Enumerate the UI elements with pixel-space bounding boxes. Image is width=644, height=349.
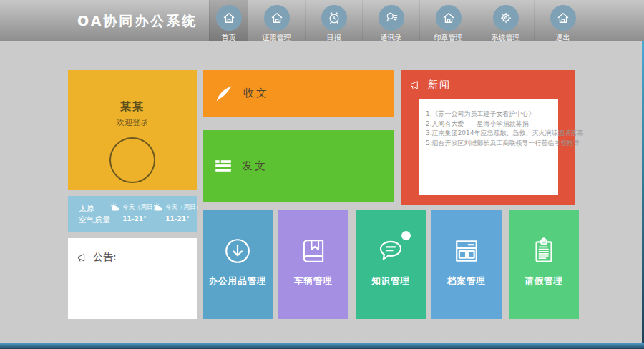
nav-item-label: 印章管理 [434,33,463,43]
bottom-accent-bar [0,343,644,349]
sun-cloud-icon [110,202,121,212]
nav-item-label: 日报 [327,33,341,43]
home-icon [550,5,576,31]
sun-cloud-icon [153,202,164,212]
nav-item-label: 退出 [556,33,570,43]
inbox-label: 收文 [243,87,269,100]
weather-location: 太原 空气质量 [79,203,110,226]
home-icon [264,5,290,31]
home-icon [216,5,242,31]
nav-item-daily-report[interactable]: 日报 [305,0,362,41]
nav-item-label: 系统管理 [492,33,520,43]
news-card: 新闻 1.《苏一公司为员工建子女看护中心》 2.人间有大爱——星海小学捐款募捐 … [401,70,575,205]
weather-temp: 11-21° [157,215,198,222]
module-knowledge[interactable]: 知识管理 [356,210,426,319]
city-name: 太原 [79,203,110,215]
nav-item-contacts[interactable]: 通讯录 [362,0,419,41]
news-item[interactable]: 1.《苏一公司为员工建子女看护中心》 [426,109,558,119]
nav-item-seal[interactable]: 印章管理 [419,0,477,41]
inbox-card[interactable]: 收文 [203,70,394,117]
module-leave[interactable]: 请假管理 [509,210,579,319]
weather-date: 今天（周日） [165,203,202,212]
module-label: 车辆管理 [294,275,333,287]
nav-item-label: 证照管理 [263,33,291,43]
app-title: OA协同办公系统 [77,0,197,41]
notification-badge [401,231,411,240]
news-item[interactable]: 3.江南集团2014年应急疏散、急救、灭火演练圆满落幕 [426,129,558,139]
module-label: 请假管理 [525,275,563,287]
alarm-clock-icon [321,5,347,31]
weather-day: 今天（周日） 11-21° [114,202,155,222]
announcement-title: 公告: [93,251,117,264]
chat-bubble-icon [376,232,406,270]
news-list: 1.《苏一公司为员工建子女看护中心》 2.人间有大爱——星海小学捐款募捐 3.江… [426,109,558,148]
outbox-card[interactable]: 发文 [203,130,394,202]
nav-item-system[interactable]: 系统管理 [477,0,534,41]
module-label: 办公用品管理 [209,275,267,287]
gear-icon [493,5,519,31]
module-office-supplies[interactable]: 办公用品管理 [203,210,273,319]
megaphone-icon [409,79,422,91]
top-nav: 首页 证照管理 日报 [209,0,591,41]
nav-item-license[interactable]: 证照管理 [248,0,305,41]
archive-icon [451,232,482,270]
home-icon [436,5,462,31]
nav-item-label: 通讯录 [381,33,402,43]
weather-card: 太原 空气质量 今天（周日） 11-21° [68,196,197,232]
module-label: 知识管理 [371,275,410,287]
module-archives[interactable]: 档案管理 [431,210,502,319]
megaphone-icon [77,252,89,263]
nav-item-logout[interactable]: 退出 [534,0,591,41]
news-title: 新闻 [428,79,451,92]
module-label: 档案管理 [447,275,486,287]
user-name: 某某 [68,100,197,114]
app-header: OA协同办公系统 首页 证照管理 [0,0,644,41]
weather-temp: 11-21° [114,215,155,222]
weather-day: 今天（周日） 11-21° [157,202,198,222]
contacts-icon [379,5,404,31]
news-item[interactable]: 2.人间有大爱——星海小学捐款募捐 [426,119,558,129]
welcome-text: 欢迎登录 [68,117,197,128]
quill-icon [214,84,234,104]
avatar [109,137,155,183]
list-icon [214,157,233,175]
announcement-card: 公告: [68,238,197,319]
air-quality-label: 空气质量 [79,215,110,226]
nav-item-label: 首页 [222,33,236,43]
download-circle-icon [222,232,253,270]
book-icon [298,232,328,270]
nav-item-home[interactable]: 首页 [209,0,248,41]
user-profile-card: 某某 欢迎登录 [68,70,197,190]
clipboard-icon [529,232,559,270]
news-item[interactable]: 5.烟台开发区刘维部长及工商联领导一行莅临考察指导 [426,139,558,149]
module-vehicles[interactable]: 车辆管理 [278,210,348,319]
outbox-label: 发文 [242,159,268,173]
oa-dashboard: OA协同办公系统 首页 证照管理 [0,0,644,349]
news-panel: 1.《苏一公司为员工建子女看护中心》 2.人间有大爱——星海小学捐款募捐 3.江… [419,99,558,195]
